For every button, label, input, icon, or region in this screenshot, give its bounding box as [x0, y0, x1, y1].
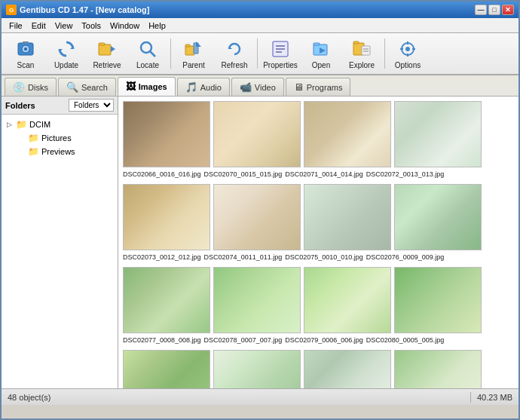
thumbnail-12[interactable] [394, 267, 482, 333]
image-content[interactable]: DSC02066_0016_016.jpg DSC02070_0015_015.… [118, 97, 518, 388]
audio-tab-icon: 🎵 [185, 81, 197, 93]
thumb-block-12[interactable] [394, 267, 482, 333]
svg-rect-3 [23, 41, 29, 44]
update-label: Update [54, 61, 78, 69]
thumb-block-5[interactable] [123, 184, 210, 250]
retrieve-button[interactable]: Retrieve [87, 35, 127, 72]
tab-audio[interactable]: 🎵 Audio [177, 78, 230, 96]
menu-file[interactable]: File [5, 20, 27, 32]
sidebar-content: ▷ 📁 DCIM 📁 Pictures 📁 Previews [2, 115, 118, 388]
thumbnail-1[interactable] [123, 101, 210, 167]
minimize-button[interactable]: — [475, 5, 487, 15]
thumbnail-6[interactable] [213, 184, 301, 250]
sidebar-dropdown[interactable]: Folders [69, 99, 114, 112]
video-tab-icon: 📹 [240, 81, 252, 93]
tab-images[interactable]: 🖼 Images [118, 77, 176, 96]
tree-item-pictures[interactable]: 📁 Pictures [5, 131, 115, 145]
status-right: 40.23 MB [477, 393, 512, 402]
options-button[interactable]: Options [388, 35, 427, 72]
menu-window[interactable]: Window [106, 20, 144, 32]
thumb-block-13[interactable] [123, 350, 210, 388]
image-row-1 [123, 101, 514, 167]
img-label-10: DSC02078_0007_007.jpg [204, 336, 283, 344]
locate-button[interactable]: Locate [128, 35, 167, 72]
thumbnail-13[interactable] [123, 350, 210, 388]
thumbnail-5[interactable] [123, 184, 210, 250]
thumbnail-16[interactable]: SnapFiles [394, 350, 482, 388]
svg-rect-6 [99, 44, 111, 55]
img-label-6: DSC02074_0011_011.jpg [204, 253, 283, 261]
menu-view[interactable]: View [50, 20, 78, 32]
tab-disks[interactable]: 💿 Disks [5, 78, 57, 96]
toolbar-separator-3 [384, 38, 385, 69]
thumb-block-7[interactable] [304, 184, 391, 250]
parent-label: Parent [182, 61, 204, 69]
thumbnail-11[interactable] [304, 267, 391, 333]
tab-video[interactable]: 📹 Video [231, 78, 284, 96]
thumb-block-11[interactable] [304, 267, 391, 333]
menu-tools[interactable]: Tools [77, 20, 106, 32]
thumb-block-4[interactable] [394, 101, 482, 167]
thumbnail-10[interactable] [213, 267, 301, 333]
thumbnail-15[interactable] [304, 350, 391, 388]
open-label: Open [312, 61, 330, 69]
sidebar-header: Folders Folders [2, 97, 118, 115]
refresh-button[interactable]: Refresh [215, 35, 254, 72]
menu-help[interactable]: Help [144, 20, 170, 32]
img-label-3: DSC02071_0014_014.jpg [285, 170, 363, 178]
image-row-2 [123, 184, 514, 250]
thumbnail-9[interactable] [123, 267, 210, 333]
tab-search[interactable]: 🔍 Search [58, 78, 116, 96]
images-tab-icon: 🖼 [126, 81, 136, 92]
folder-icon-previews: 📁 [28, 146, 39, 157]
properties-button[interactable]: Properties [261, 35, 300, 72]
thumb-block-2[interactable] [213, 101, 301, 167]
tree-item-previews[interactable]: 📁 Previews [5, 145, 115, 158]
thumb-block-6[interactable] [213, 184, 301, 250]
close-button[interactable]: ✕ [502, 5, 514, 15]
thumbnail-3[interactable] [304, 101, 391, 167]
thumb-block-3[interactable] [304, 101, 391, 167]
img-label-11: DSC02079_0006_006.jpg [285, 336, 363, 344]
thumb-block-15[interactable] [304, 350, 391, 388]
search-tab-label: Search [81, 83, 108, 92]
status-bar: 48 object(s) 40.23 MB [2, 388, 518, 405]
thumb-block-16[interactable]: SnapFiles [394, 350, 482, 388]
thumb-block-8[interactable] [394, 184, 482, 250]
thumb-block-9[interactable] [123, 267, 210, 333]
programs-tab-label: Programs [307, 83, 343, 92]
images-tab-label: Images [139, 82, 167, 91]
maximize-button[interactable]: □ [488, 5, 500, 15]
thumb-block-1[interactable] [123, 101, 210, 167]
thumbnail-4[interactable] [394, 101, 482, 167]
thumb-block-10[interactable] [213, 267, 301, 333]
scan-button[interactable]: Scan [6, 35, 45, 72]
app-icon: G [6, 5, 17, 15]
toolbar-separator-2 [257, 38, 258, 69]
tab-programs[interactable]: 🖥 Programs [286, 78, 351, 96]
thumb-block-14[interactable] [213, 350, 301, 388]
thumbnail-8[interactable] [394, 184, 482, 250]
status-left: 48 object(s) [8, 393, 464, 402]
disks-tab-label: Disks [28, 83, 48, 92]
parent-button[interactable]: Parent [174, 35, 213, 72]
tree-item-dcim[interactable]: ▷ 📁 DCIM [5, 118, 115, 131]
open-button[interactable]: Open [301, 35, 341, 72]
properties-label: Properties [263, 61, 298, 69]
window-title: Gentibus CD 1.47 - [New catalog] [20, 5, 149, 14]
options-label: Options [395, 61, 421, 69]
thumbnail-14[interactable] [213, 350, 301, 388]
programs-tab-icon: 🖥 [294, 81, 304, 93]
svg-rect-7 [99, 43, 105, 45]
thumbnail-7[interactable] [304, 184, 391, 250]
object-count: 48 object(s) [8, 393, 50, 402]
toolbar: Scan Update Retrieve [2, 33, 518, 75]
image-names-row-3: DSC02077_0008_008.jpg DSC02078_0007_007.… [123, 336, 514, 344]
thumbnail-2[interactable] [213, 101, 301, 167]
menu-edit[interactable]: Edit [27, 20, 50, 32]
properties-icon [270, 38, 291, 60]
update-button[interactable]: Update [47, 35, 86, 72]
retrieve-icon [96, 38, 118, 60]
explore-button[interactable]: Explore [342, 35, 381, 72]
video-tab-label: Video [255, 83, 276, 92]
